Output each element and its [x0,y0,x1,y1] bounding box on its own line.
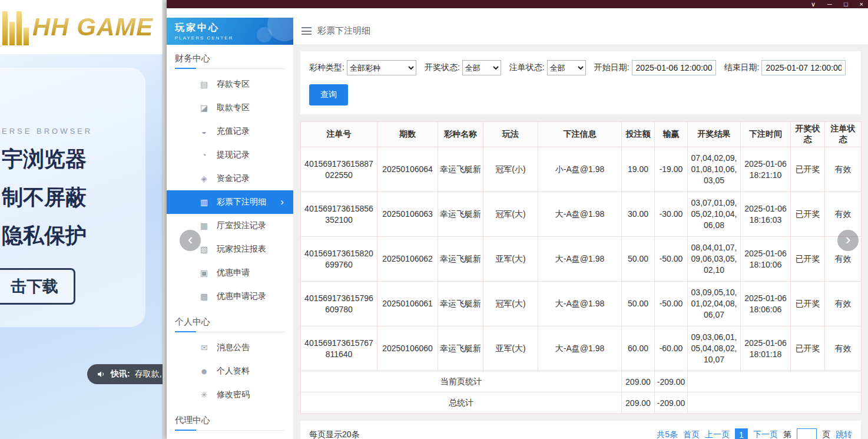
promo-card: ERSE BROWSER 宇浏览器 制不屏蔽 隐私保护 击下载 [0,68,145,327]
sidebar-item[interactable]: ◒充值记录 [167,120,293,143]
table-cell: 有效 [825,192,862,237]
summary-cell: 209.00 [622,371,655,392]
summary-cell: -209.00 [655,371,688,392]
download-button[interactable]: 击下载 [0,268,75,305]
draw-status-select[interactable]: 全部 [462,60,501,75]
column-header: 下注时间 [741,122,791,147]
end-date-input[interactable] [761,60,846,75]
sidebar-item-label: 优惠申请 [217,268,250,278]
table-cell: 有效 [825,326,862,371]
table-header-row: 注单号期数彩种名称玩法下注信息投注额输赢开奖结果下注时间开奖状态注单状态 [301,122,862,147]
table-cell: 幸运飞艇新 [438,147,483,192]
site-logo: HH GAME [0,0,167,54]
promo-banner: ERSE BROWSER 宇浏览器 制不屏蔽 隐私保护 击下载 快讯: 存取款, [0,54,167,439]
next-page-link[interactable]: 下一页 [753,430,778,439]
brand-logo-icon [2,9,29,45]
page-number-input[interactable] [797,428,817,439]
table-cell: 冠军(小) [483,147,538,192]
table-cell: 03,09,05,10,01,02,04,08,06,07 [688,282,741,326]
app-window: ∨─□× 玩家中心 PLAYERS CENTER 财务中心▤存款专区◪取款专区◒… [167,0,868,439]
carousel-next-button[interactable]: › [837,230,859,251]
column-header: 开奖状态 [791,122,825,147]
column-header: 玩法 [483,122,538,147]
table-row: 40156917361582069976020250106062幸运飞艇新亚军(… [301,237,862,282]
promo-line-1: 宇浏览器 [2,145,145,174]
filter-panel: 彩种类型: 全部彩种 开奖状态: 全部 [300,51,861,114]
page-title: 彩票下注明细 [317,25,370,37]
current-page[interactable]: 1 [735,428,748,439]
withdrawal-record-icon: ◔ [199,150,209,160]
table-row: 40156917361579660978020250106061幸运飞艇新冠军(… [301,282,862,326]
withdraw-icon: ◪ [199,103,209,113]
sidebar-item[interactable]: ☻个人资料 [167,359,293,383]
table-cell: 2025-01-06 18:10:06 [741,237,791,282]
query-button[interactable]: 查询 [309,84,348,105]
table-cell: 幸运飞艇新 [438,237,483,282]
sidebar-item-label: 充值记录 [217,126,250,137]
first-page-link[interactable]: 首页 [683,430,700,439]
table-cell: 20250106063 [377,192,438,237]
table-cell: 已开奖 [791,147,825,192]
sidebar-item[interactable]: ◈资金记录 [167,167,293,190]
table-cell: 已开奖 [791,237,825,282]
page-scrollbar[interactable] [163,0,167,439]
close-icon[interactable]: × [860,1,863,7]
sidebar-item[interactable]: ▩优惠申请记录 [167,285,293,308]
table-cell: 401569173615887022550 [301,147,377,192]
table-cell: -19.00 [655,147,688,192]
promo-apply-icon: ▣ [199,268,209,278]
sidebar: 玩家中心 PLAYERS CENTER 财务中心▤存款专区◪取款专区◒充值记录◔… [167,8,293,439]
table-cell: 401569173615796609780 [301,282,377,326]
sidebar-item[interactable]: ▣优惠申请 [167,261,293,285]
promo-line-3: 隐私保护 [2,222,145,250]
carousel-prev-button[interactable]: ‹ [180,230,201,251]
sidebar-item[interactable]: ◔提现记录 [167,143,293,167]
table-cell: 03,07,01,09,05,02,10,04,06,08 [688,192,741,237]
menu-toggle-icon[interactable] [302,27,312,35]
jump-link[interactable]: 跳转 [836,430,852,439]
start-date-input[interactable] [632,60,716,75]
column-header: 期数 [377,122,438,147]
end-date-label: 结束日期: [724,62,760,73]
player-bet-report-icon: ▧ [199,245,209,254]
hall-bet-record-icon: ▦ [199,221,209,230]
table-row: 40156917361576781164020250106060幸运飞艇新亚军(… [301,326,862,371]
sidebar-item[interactable]: ✳修改密码 [167,383,293,407]
chevron-down-icon[interactable]: ∨ [811,1,816,7]
prev-page-link[interactable]: 上一页 [705,430,730,439]
table-cell: 亚军(大) [483,237,538,282]
sidebar-item-label: 厅室投注记录 [217,220,266,231]
promo-line-2: 制不屏蔽 [2,183,145,212]
sidebar-item[interactable]: ✉消息公告 [167,336,293,359]
promo-apply-record-icon: ▩ [199,292,209,301]
table-cell: 冠军(大) [483,282,538,326]
sidebar-item[interactable]: ▥彩票下注明细› [167,190,293,214]
start-date-label: 开始日期: [594,62,630,73]
sidebar-item[interactable]: ▤存款专区 [167,72,293,96]
ticker-label: 快讯: [111,369,130,379]
minimize-icon[interactable]: ─ [827,1,832,7]
table-cell: -50.00 [655,237,688,282]
table-cell: 已开奖 [791,326,825,371]
table-cell: 2025-01-06 18:16:03 [741,192,791,237]
table-cell: 401569173615856352100 [301,192,377,237]
lottery-type-select[interactable]: 全部彩种 [347,60,416,75]
sidebar-item-label: 个人资料 [217,366,250,377]
summary-cell: 209.00 [622,392,655,414]
table-cell: 大-A盘@1.98 [538,326,622,371]
maximize-icon[interactable]: □ [844,1,848,7]
table-cell: -50.00 [655,282,688,326]
table-cell: 冠军(大) [483,192,538,237]
background-page: HH GAME ERSE BROWSER 宇浏览器 制不屏蔽 隐私保护 击下载 … [0,0,167,439]
table-cell: 401569173615767811640 [301,326,377,371]
password-icon: ✳ [199,390,209,400]
section-title: 财务中心 [175,53,285,69]
column-header: 注单状态 [825,122,862,147]
bet-status-select[interactable]: 全部 [547,60,586,75]
table-body: 40156917361588702255020250106064幸运飞艇新冠军(… [301,147,862,414]
sidebar-item[interactable]: ◪取款专区 [167,96,293,120]
promo-subtitle-en: ERSE BROWSER [2,127,145,136]
sidebar-item-label: 提现记录 [217,150,250,160]
table-cell: 50.00 [622,237,655,282]
table-cell: 小-A盘@1.98 [538,147,622,192]
